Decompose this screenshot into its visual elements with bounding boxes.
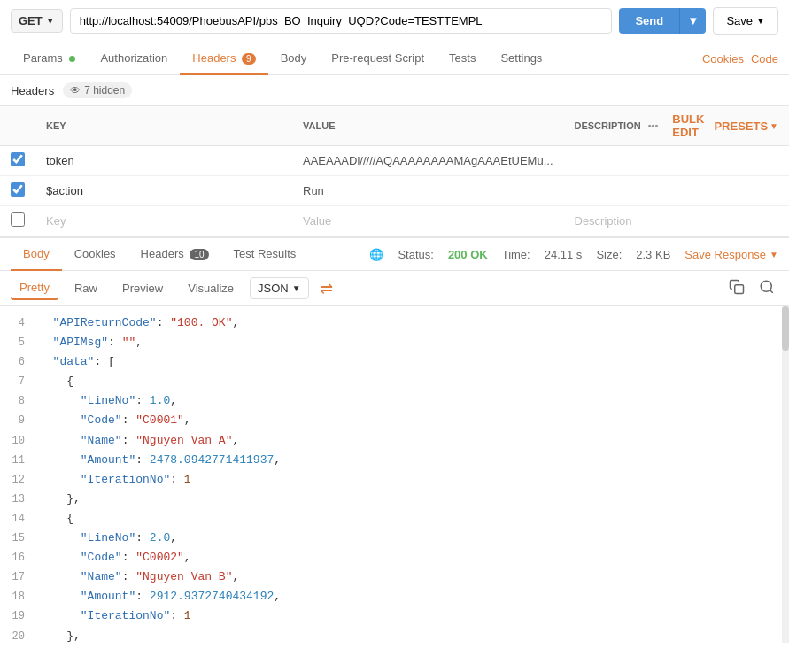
json-token: : <box>108 333 122 352</box>
headers-sub-bar: Headers 👁 7 hidden <box>0 75 789 106</box>
line-number: 20 <box>11 628 39 644</box>
json-token: 2912.9372740434192 <box>150 587 274 606</box>
json-token: , <box>232 313 239 333</box>
json-token: : <box>94 352 108 372</box>
method-select[interactable]: GET ▼ <box>11 9 63 33</box>
line-number: 11 <box>11 452 39 469</box>
json-token: "LineNo" <box>81 391 135 411</box>
save-button[interactable]: Save ▼ <box>713 7 778 35</box>
tab-tests[interactable]: Tests <box>437 42 488 75</box>
scrollbar-thumb[interactable] <box>782 306 789 351</box>
save-response-button[interactable]: Save Response ▼ <box>685 248 778 261</box>
json-token: : <box>135 451 150 470</box>
json-token <box>39 470 81 490</box>
row3-value-cell: Value <box>292 206 564 236</box>
row3-checkbox-cell <box>0 206 35 236</box>
json-token <box>39 352 53 372</box>
method-label: GET <box>19 14 43 27</box>
wrap-lines-button[interactable]: ⇌ <box>316 277 336 300</box>
tab-params[interactable]: Params <box>11 42 88 75</box>
json-token: "" <box>122 333 136 352</box>
send-button-group: Send ▼ <box>619 8 706 34</box>
resp-tab-cookies[interactable]: Cookies <box>62 238 128 271</box>
json-token <box>39 313 53 333</box>
row1-value: AAEAAADl/////AQAAAAAAAAMAgAAAEtUEMu... <box>303 154 553 167</box>
line-number: 17 <box>11 568 39 586</box>
json-line: 18 "Amount": 2912.9372740434192, <box>0 587 789 606</box>
row3-checkbox[interactable] <box>11 212 25 227</box>
tab-tests-label: Tests <box>449 51 476 65</box>
json-line: 14 { <box>0 509 789 529</box>
json-format-label: JSON <box>258 282 289 295</box>
svg-line-2 <box>770 290 772 292</box>
json-token: , <box>274 587 281 606</box>
bulk-edit-button[interactable]: Bulk Edit <box>672 112 707 139</box>
resp-tab-body[interactable]: Body <box>11 238 62 271</box>
json-token: }, <box>39 490 81 509</box>
tab-body[interactable]: Body <box>268 42 320 75</box>
send-button[interactable]: Send <box>619 8 679 34</box>
row2-checkbox-cell <box>0 176 35 206</box>
row2-checkbox[interactable] <box>11 182 25 197</box>
line-number: 16 <box>11 549 39 567</box>
json-format-select[interactable]: JSON ▼ <box>250 277 309 299</box>
json-token: "Amount" <box>81 587 135 606</box>
viewer-tab-visualize[interactable]: Visualize <box>179 277 243 299</box>
viewer-tab-preview[interactable]: Preview <box>113 277 172 299</box>
line-number: 5 <box>11 334 39 351</box>
line-number: 9 <box>11 412 39 429</box>
tab-headers-label: Headers <box>192 51 236 65</box>
presets-button[interactable]: Presets ▼ <box>714 120 778 133</box>
table-header-row: KEY VALUE DESCRIPTION ••• Bulk Edit Pres… <box>0 106 789 146</box>
resp-tab-test-results[interactable]: Test Results <box>221 238 309 271</box>
cookies-link[interactable]: Cookies <box>702 52 744 66</box>
json-token: , <box>184 411 191 430</box>
table-row: $action Run <box>0 176 789 206</box>
line-number: 15 <box>11 529 39 547</box>
tab-authorization-label: Authorization <box>100 51 167 65</box>
svg-point-1 <box>761 281 771 291</box>
tab-headers[interactable]: Headers 9 <box>180 42 267 75</box>
row1-checkbox[interactable] <box>11 152 25 166</box>
tab-authorization[interactable]: Authorization <box>88 42 180 75</box>
json-token: "data" <box>53 352 95 372</box>
json-token: "LineNo" <box>81 529 135 548</box>
json-token: "Code" <box>81 548 122 568</box>
row1-key: token <box>46 154 74 167</box>
viewer-tab-raw[interactable]: Raw <box>66 277 106 299</box>
json-token: "IterationNo" <box>81 470 170 490</box>
save-response-chevron-icon: ▼ <box>770 250 778 259</box>
tab-pre-request-script[interactable]: Pre-request Script <box>319 42 437 75</box>
row3-key-cell: Key <box>35 206 292 236</box>
resp-tab-headers[interactable]: Headers 10 <box>128 238 221 271</box>
json-token: "APIReturnCode" <box>53 313 157 333</box>
status-value: 200 OK <box>448 248 488 261</box>
json-line: 16 "Code": "C0002", <box>0 548 789 568</box>
more-options-icon[interactable]: ••• <box>648 120 659 131</box>
headers-badge: 9 <box>242 53 256 65</box>
col-key: KEY <box>35 106 292 146</box>
code-link[interactable]: Code <box>751 52 778 66</box>
copy-button[interactable] <box>725 277 748 300</box>
send-dropdown-button[interactable]: ▼ <box>679 8 706 34</box>
url-input[interactable] <box>70 8 613 34</box>
json-token: "Name" <box>81 431 122 451</box>
tab-settings[interactable]: Settings <box>488 42 554 75</box>
json-token: , <box>170 391 177 411</box>
json-token: "C0002" <box>135 548 184 568</box>
scrollbar-track[interactable] <box>782 306 789 643</box>
row2-value-cell: Run <box>292 176 564 206</box>
search-button[interactable] <box>755 277 778 300</box>
json-token: "100. OK" <box>170 313 232 333</box>
json-viewer: 4 "APIReturnCode": "100. OK",5 "APIMsg":… <box>0 306 789 643</box>
json-token: "Amount" <box>81 451 135 470</box>
viewer-actions <box>725 277 778 300</box>
json-token: : <box>157 313 171 333</box>
viewer-tab-pretty[interactable]: Pretty <box>11 276 58 300</box>
json-line: 8 "LineNo": 1.0, <box>0 391 789 411</box>
line-number: 4 <box>11 314 39 332</box>
json-token: "IterationNo" <box>81 606 170 626</box>
json-line: 10 "Name": "Nguyen Van A", <box>0 431 789 451</box>
json-token: { <box>39 372 73 391</box>
col-checkbox <box>0 106 35 146</box>
